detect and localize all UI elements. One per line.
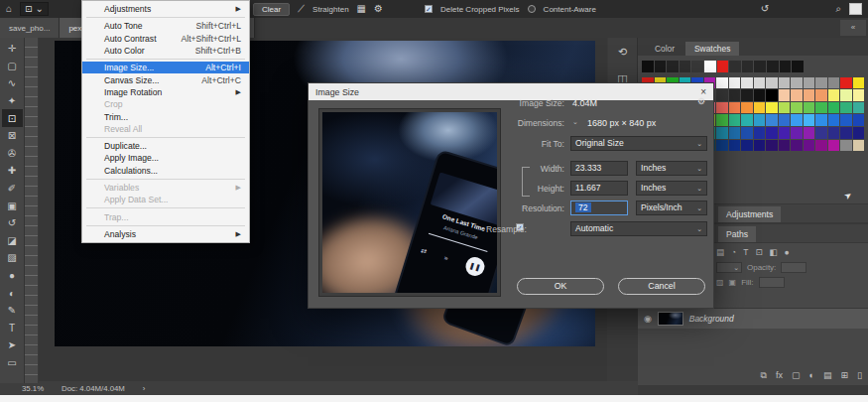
- swatch[interactable]: [828, 140, 840, 152]
- delete-cropped-pixels-label[interactable]: Delete Cropped Pixels: [440, 5, 520, 14]
- layer-name[interactable]: Background: [689, 314, 734, 324]
- swatch[interactable]: [729, 114, 741, 126]
- menu-item-apply-image[interactable]: Apply Image...: [82, 152, 249, 164]
- height-input[interactable]: 11.667: [570, 181, 628, 196]
- swatch[interactable]: [840, 89, 852, 101]
- swatch[interactable]: [853, 102, 865, 114]
- swatch[interactable]: [754, 61, 766, 72]
- swatch[interactable]: [791, 89, 803, 101]
- filter-shape-layers-icon[interactable]: ⊡: [755, 247, 762, 257]
- dialog-gear-icon[interactable]: ⚙: [697, 96, 705, 106]
- swatch[interactable]: [741, 89, 753, 101]
- resolution-unit-select[interactable]: Pixels/Inch⌄: [636, 201, 707, 215]
- swatch[interactable]: [779, 127, 791, 139]
- crop-tool[interactable]: ⊡: [2, 109, 23, 127]
- swatch[interactable]: [840, 127, 852, 139]
- tab-swatches[interactable]: Swatches: [685, 42, 739, 56]
- delete-layer-icon[interactable]: ▯: [857, 370, 862, 381]
- swatch[interactable]: [716, 114, 728, 126]
- swatch[interactable]: [766, 114, 778, 126]
- swatch[interactable]: [791, 102, 803, 114]
- blend-mode-select[interactable]: ⌄: [716, 262, 742, 273]
- shape-tool[interactable]: ▭: [2, 354, 23, 372]
- swatch[interactable]: [766, 140, 778, 152]
- crop-tool-preset[interactable]: ⊡ ⌄: [20, 2, 49, 16]
- swatch[interactable]: [716, 102, 728, 114]
- opacity-value[interactable]: [781, 262, 806, 273]
- swatch[interactable]: [716, 127, 728, 139]
- swatch[interactable]: [716, 77, 728, 89]
- swatch[interactable]: [717, 61, 729, 72]
- swatch[interactable]: [828, 102, 840, 114]
- width-unit-select[interactable]: Inches⌄: [636, 161, 707, 176]
- cancel-button[interactable]: Cancel: [618, 278, 705, 295]
- swatch[interactable]: [780, 61, 792, 72]
- document-tab-1[interactable]: save_pho...: [0, 18, 60, 38]
- new-layer-icon[interactable]: ⊞: [841, 370, 849, 381]
- swatch[interactable]: [815, 127, 827, 139]
- swatch[interactable]: [815, 140, 827, 152]
- swatch[interactable]: [716, 140, 728, 152]
- swatch[interactable]: [804, 127, 815, 139]
- lock-all-icon[interactable]: ▣: [729, 278, 737, 287]
- delete-cropped-pixels-checkbox[interactable]: ✓: [425, 5, 433, 13]
- collapse-panels-icon[interactable]: «: [840, 20, 866, 36]
- dodge-tool[interactable]: ◐: [2, 284, 23, 302]
- swatch[interactable]: [792, 61, 804, 72]
- swatch[interactable]: [667, 61, 679, 72]
- healing-brush-tool[interactable]: ✚: [2, 162, 23, 180]
- overlay-grid-icon[interactable]: ▦: [357, 0, 366, 18]
- swatch[interactable]: [853, 89, 865, 101]
- menu-item-image-size[interactable]: Image Size...Alt+Ctrl+I: [82, 62, 249, 73]
- swatch[interactable]: [840, 114, 852, 126]
- swatch[interactable]: [729, 102, 741, 114]
- workspace-icon[interactable]: [849, 3, 862, 15]
- swatch[interactable]: [815, 114, 827, 126]
- swatch[interactable]: [853, 114, 865, 126]
- clear-button[interactable]: Clear: [253, 3, 290, 16]
- swatch[interactable]: [828, 89, 840, 101]
- swatch[interactable]: [815, 77, 827, 89]
- swatch[interactable]: [804, 114, 815, 126]
- clone-stamp-tool[interactable]: ▣: [2, 197, 23, 214]
- filter-adjustment-layers-icon[interactable]: ◔: [731, 247, 736, 257]
- swatch[interactable]: [853, 77, 865, 89]
- straighten-icon[interactable]: ⟋: [298, 0, 305, 18]
- filter-smart-objects-icon[interactable]: ◧: [770, 247, 778, 257]
- fit-to-select[interactable]: Original Size⌄: [570, 136, 707, 151]
- eyedropper-tool[interactable]: ✇: [2, 145, 23, 163]
- lock-transparency-icon[interactable]: ▨: [716, 278, 724, 287]
- menu-item-duplicate[interactable]: Duplicate...: [82, 140, 249, 152]
- marquee-tool[interactable]: ▢: [2, 58, 23, 75]
- brush-tool[interactable]: ✐: [2, 180, 23, 198]
- fill-value[interactable]: [759, 277, 785, 288]
- reset-icon[interactable]: ↺: [761, 0, 769, 18]
- swatch[interactable]: [642, 61, 654, 72]
- history-brush-tool[interactable]: ↺: [2, 214, 23, 232]
- image-preview-frame[interactable]: One Last Time Ariana Grande ⇄ » ❚❚: [318, 108, 501, 297]
- width-input[interactable]: 23.333: [570, 161, 628, 176]
- swatch[interactable]: [766, 102, 778, 114]
- swatch[interactable]: [791, 140, 803, 152]
- swatch[interactable]: [815, 89, 827, 101]
- crop-settings-gear-icon[interactable]: ⚙: [374, 0, 383, 18]
- dimensions-caret-icon[interactable]: ⌄: [572, 118, 578, 126]
- layer-effects-icon[interactable]: fx: [776, 370, 783, 381]
- filter-type-layers-icon[interactable]: T: [743, 247, 748, 257]
- swatch[interactable]: [828, 114, 840, 126]
- swatch[interactable]: [754, 140, 766, 152]
- content-aware-checkbox[interactable]: [528, 5, 536, 13]
- swatch[interactable]: [791, 114, 803, 126]
- frame-tool[interactable]: ⊠: [2, 127, 23, 145]
- swatch[interactable]: [741, 127, 753, 139]
- swatch[interactable]: [779, 114, 791, 126]
- swatch[interactable]: [754, 127, 766, 139]
- swatch[interactable]: [779, 89, 791, 101]
- history-panel-icon[interactable]: ⟲: [618, 46, 627, 59]
- swatch[interactable]: [853, 127, 865, 139]
- move-tool[interactable]: ✛: [2, 40, 23, 58]
- menu-item-canvas-size[interactable]: Canvas Size...Alt+Ctrl+C: [82, 73, 249, 85]
- swatch[interactable]: [655, 61, 667, 72]
- pen-tool[interactable]: ✎: [2, 302, 23, 320]
- swatch[interactable]: [766, 77, 778, 89]
